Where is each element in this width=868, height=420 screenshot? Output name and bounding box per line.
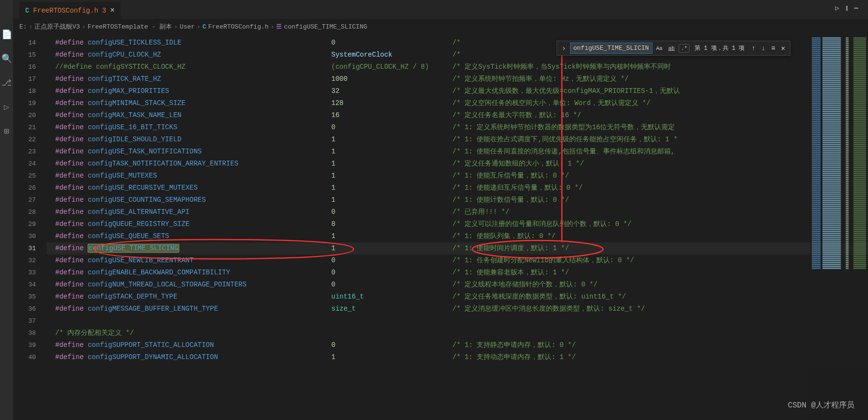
code-line[interactable]: /* 内存分配相关定义 */ (46, 327, 868, 339)
code-line[interactable]: #define configUSE_RECURSIVE_MUTEXES1/* 1… (46, 182, 868, 194)
code-line[interactable]: #define configMESSAGE_BUFFER_LENGTH_TYPE… (46, 303, 868, 315)
line-number: 14 (14, 37, 46, 49)
line-number: 22 (14, 134, 46, 146)
split-icon[interactable]: ⫿ (845, 4, 849, 12)
code-line[interactable]: #define configUSE_16_BIT_TICKS0/* 1: 定义系… (46, 121, 868, 134)
line-number: 35 (14, 291, 46, 303)
find-prev-icon[interactable]: ↑ (749, 45, 757, 52)
c-lang-badge: C (202, 23, 206, 30)
breadcrumb-seg[interactable]: 正点原子战舰V3 (34, 22, 80, 31)
close-icon[interactable]: × (110, 6, 115, 15)
code-line[interactable]: #define configMAX_TASK_NAME_LEN16/* 定义任务… (46, 109, 868, 121)
code-line[interactable]: #define configSUPPORT_STATIC_ALLOCATION0… (46, 339, 868, 351)
breadcrumb-seg[interactable]: E: (19, 23, 27, 30)
line-number: 16 (14, 61, 46, 73)
tab-filename: FreeRTOSConfig.h (33, 7, 98, 15)
editor[interactable]: 1415161718192021222324252627282930313233… (14, 37, 868, 420)
line-number: 33 (14, 267, 46, 279)
code-line[interactable]: #define configENABLE_BACKWARD_COMPATIBIL… (46, 267, 868, 279)
whole-word-icon[interactable]: ab (666, 45, 677, 52)
line-number: 34 (14, 279, 46, 291)
watermark: CSDN @人才程序员 (788, 400, 854, 410)
code-line[interactable]: #define configUSE_COUNTING_SEMAPHORES1/*… (46, 194, 868, 206)
breadcrumb-seg[interactable]: User (180, 23, 195, 30)
debug-icon[interactable]: ▷ (4, 102, 9, 112)
code-line[interactable]: #define configTICK_RATE_HZ1000/* 定义系统时钟节… (46, 73, 868, 85)
editor-tab[interactable]: C FreeRTOSConfig.h 3 × (19, 2, 121, 19)
line-number: 15 (14, 49, 46, 61)
line-number: 30 (14, 230, 46, 242)
code-line[interactable]: #define configSUPPORT_DYNAMIC_ALLOCATION… (46, 351, 868, 363)
match-case-icon[interactable]: Aa (654, 45, 665, 52)
line-number: 29 (14, 218, 46, 230)
breadcrumb-symbol[interactable]: configUSE_TIME_SLICING (284, 23, 367, 30)
code-line[interactable]: #define configUSE_ALTERNATIVE_API0/* 已弃用… (46, 206, 868, 218)
line-number: 40 (14, 351, 46, 363)
line-number: 26 (14, 182, 46, 194)
find-next-icon[interactable]: ↓ (760, 45, 767, 52)
search-icon[interactable]: 🔍 (1, 53, 12, 64)
code-line[interactable]: #define configUSE_TIME_SLICING1/* 1: 使能时… (46, 242, 868, 255)
find-toggle-replace[interactable]: › (560, 45, 568, 52)
breadcrumb[interactable]: E: › 正点原子战舰V3 › FreeRTOSTemplate - 副本 › … (0, 19, 868, 34)
breadcrumb-seg[interactable]: FreeRTOSTemplate - 副本 (88, 22, 172, 31)
line-gutter: 1415161718192021222324252627282930313233… (14, 37, 46, 363)
code-line[interactable]: #define configUSE_QUEUE_SETS1/* 1: 使能队列集… (46, 230, 868, 242)
line-number: 21 (14, 121, 46, 134)
line-number: 37 (14, 315, 46, 327)
explorer-icon[interactable]: 📄 (1, 29, 12, 40)
symbol-icon: ☰ (276, 23, 282, 30)
line-number: 18 (14, 85, 46, 97)
code-line[interactable] (46, 315, 868, 327)
extensions-icon[interactable]: ⊞ (4, 126, 9, 136)
scm-icon[interactable]: ⎇ (1, 77, 12, 88)
line-number: 28 (14, 206, 46, 218)
code-line[interactable]: #define configUSE_TASK_NOTIFICATIONS1/* … (46, 146, 868, 158)
code-line[interactable]: #define configMINIMAL_STACK_SIZE128/* 定义… (46, 97, 868, 109)
line-number: 19 (14, 97, 46, 109)
code-line[interactable]: #define configSTACK_DEPTH_TYPEuint16_t/*… (46, 291, 868, 303)
run-icon[interactable]: ▷ (835, 4, 839, 12)
code-line[interactable]: #define configTASK_NOTIFICATION_ARRAY_EN… (46, 158, 868, 170)
find-result-count: 第 1 项，共 1 项 (692, 44, 747, 52)
line-number: 23 (14, 146, 46, 158)
line-number: 39 (14, 339, 46, 351)
code-line[interactable]: #define configUSE_NEWLIB_REENTRANT0/* 1:… (46, 255, 868, 267)
code-line[interactable]: #define configIDLE_SHOULD_YIELD1/* 1: 使能… (46, 134, 868, 146)
line-number: 25 (14, 170, 46, 182)
find-input[interactable] (570, 43, 652, 54)
find-widget: › Aa ab .* 第 1 项，共 1 项 ↑ ↓ ≡ ✕ (557, 41, 790, 56)
find-in-selection-icon[interactable]: ≡ (769, 45, 777, 52)
breadcrumb-file[interactable]: FreeRTOSConfig.h (208, 23, 269, 30)
code-line[interactable]: #define configUSE_MUTEXES1/* 1: 使能互斥信号量，… (46, 170, 868, 182)
line-number: 17 (14, 73, 46, 85)
code-line[interactable]: #define configNUM_THREAD_LOCAL_STORAGE_P… (46, 279, 868, 291)
code-line[interactable]: #define configMAX_PRIORITIES32/* 定义最大优先级… (46, 85, 868, 97)
find-close-icon[interactable]: ✕ (779, 44, 787, 52)
tab-mod-count: 3 (102, 7, 106, 15)
line-number: 24 (14, 158, 46, 170)
code-line[interactable]: #define configQUEUE_REGISTRY_SIZE8/* 定义可… (46, 218, 868, 230)
line-number: 20 (14, 109, 46, 121)
more-icon[interactable]: ⋯ (854, 4, 858, 12)
line-number: 38 (14, 327, 46, 339)
line-number: 36 (14, 303, 46, 315)
code-line[interactable]: //#define configSYSTICK_CLOCK_HZ(configC… (46, 61, 868, 73)
tab-bar: C FreeRTOSConfig.h 3 × ▷ ⫿ ⋯ (0, 0, 868, 19)
minimap[interactable] (810, 37, 868, 420)
line-number: 31 (14, 242, 46, 255)
editor-actions: ▷ ⫿ ⋯ (835, 4, 858, 12)
activity-bar: 📄 🔍 ⎇ ▷ ⊞ (0, 0, 14, 420)
line-number: 32 (14, 255, 46, 267)
regex-icon[interactable]: .* (679, 44, 690, 53)
code-area[interactable]: #define configUSE_TICKLESS_IDLE0/*#defin… (46, 37, 868, 363)
line-number: 27 (14, 194, 46, 206)
c-lang-badge: C (25, 7, 29, 15)
